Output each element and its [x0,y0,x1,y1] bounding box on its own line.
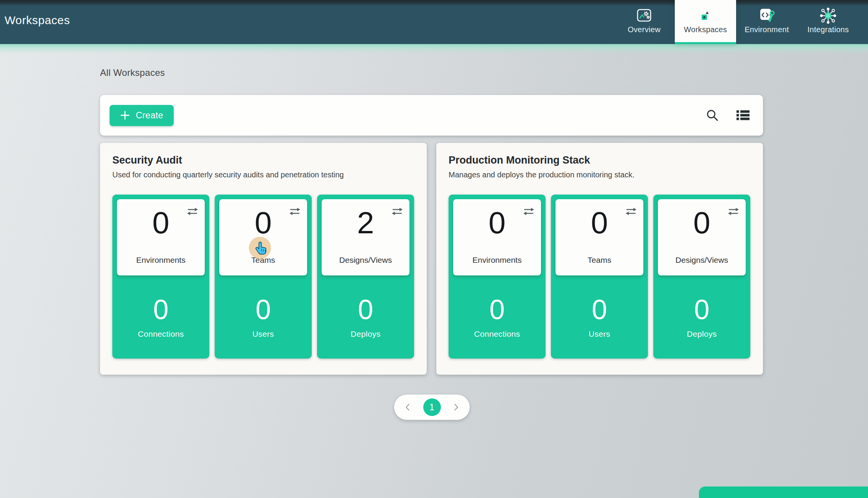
swap-arrows-icon[interactable] [625,207,637,218]
workspaces-app: Workspaces Overview [0,0,868,498]
tab-overview-label: Overview [628,25,661,34]
stat-tiles: 0 Environments 0 Connections [449,195,750,359]
tile-teams-users[interactable]: 0 Teams 0 Users [551,195,648,359]
pagination: 1 [394,395,470,420]
tab-overview[interactable]: Overview [613,0,675,44]
stat-label: Designs/Views [658,256,746,265]
tile-environments-connections[interactable]: 0 Environments 0 Connections [449,195,546,359]
current-page-indicator[interactable]: 1 [423,398,441,416]
workspace-card-production-monitoring: Production Monitoring Stack Manages and … [436,143,763,375]
tile-designs-deploys[interactable]: 0 Designs/Views 0 Deploys [653,195,750,359]
stat-top-card[interactable]: 0 Teams [219,199,307,275]
stat-top-card[interactable]: 0 Environments [117,199,205,275]
create-button[interactable]: Create [110,105,174,126]
stat-label: Environments [453,256,541,265]
stat-label: Connections [138,329,184,339]
all-workspaces-heading: All Workspaces [100,67,165,78]
workspace-title: Production Monitoring Stack [449,154,590,166]
create-button-label: Create [136,110,163,121]
plus-icon [120,110,130,120]
stat-bottom-section[interactable]: 0 Users [551,275,648,359]
chevron-left-icon[interactable] [403,403,413,412]
workspace-card-list: Security Audit Used for conducting quart… [100,143,763,375]
list-view-icon[interactable] [735,108,751,123]
swap-arrows-icon[interactable] [727,207,740,218]
integrations-icon [819,7,837,25]
stat-bottom-section[interactable]: 0 Deploys [317,275,414,359]
stat-label: Teams [219,256,307,265]
tab-workspaces[interactable]: Workspaces [675,0,736,44]
main-nav: Overview Workspaces [613,0,859,44]
search-icon[interactable] [704,107,721,124]
stat-bottom-section[interactable]: 0 Users [215,275,312,359]
tab-integrations-label: Integrations [807,25,849,34]
tile-designs-deploys[interactable]: 2 Designs/Views 0 Deploys [317,195,414,359]
tab-environment[interactable]: Environment [736,0,797,44]
stat-label: Users [589,329,610,339]
workspaces-toolbar: Create [100,95,763,136]
stat-top-card[interactable]: 0 Teams [556,199,643,275]
tab-environment-label: Environment [745,25,789,34]
stat-label: Environments [117,256,205,265]
workspace-description: Used for conducting quarterly security a… [112,170,344,179]
swap-arrows-icon[interactable] [523,207,535,218]
swap-arrows-icon[interactable] [289,207,301,218]
app-header: Workspaces Overview [0,0,868,44]
workspace-card-security-audit: Security Audit Used for conducting quart… [100,143,427,375]
stat-bottom-section[interactable]: 0 Connections [112,275,209,359]
stat-value: 0 [358,296,373,323]
stat-label: Users [252,329,274,339]
stat-bottom-section[interactable]: 0 Connections [449,275,546,359]
stat-value: 0 [153,296,168,323]
chevron-right-icon[interactable] [451,403,460,412]
stat-label: Deploys [687,329,717,339]
tile-environments-connections[interactable]: 0 Environments 0 Connections [112,195,209,359]
tile-teams-users[interactable]: 0 Teams 0 [215,195,312,359]
tab-integrations[interactable]: Integrations [797,0,859,44]
workspaces-icon [700,7,711,25]
workspace-description: Manages and deploys the production monit… [449,170,635,179]
page-title: Workspaces [5,14,70,27]
header-glow [0,44,868,54]
stat-value: 0 [592,296,607,323]
bottom-toast[interactable] [699,487,868,498]
overview-icon [636,7,653,25]
stat-label: Deploys [351,329,381,339]
stat-value: 0 [255,296,271,323]
stat-value: 0 [489,296,505,323]
stat-tiles: 0 Environments 0 Connections [112,195,414,359]
workspace-title: Security Audit [112,154,182,166]
swap-arrows-icon[interactable] [391,207,403,218]
environment-icon [758,7,776,25]
stat-top-card[interactable]: 2 Designs/Views [322,199,409,275]
stat-top-card[interactable]: 0 Environments [453,199,541,275]
toolbar-icons [704,107,751,124]
tab-workspaces-label: Workspaces [684,25,727,34]
stat-label: Teams [556,256,643,265]
swap-arrows-icon[interactable] [186,207,199,218]
stat-label: Connections [474,329,520,339]
stat-label: Designs/Views [322,256,409,265]
stat-value: 0 [694,296,709,323]
stat-bottom-section[interactable]: 0 Deploys [653,275,750,359]
stat-top-card[interactable]: 0 Designs/Views [658,199,746,275]
